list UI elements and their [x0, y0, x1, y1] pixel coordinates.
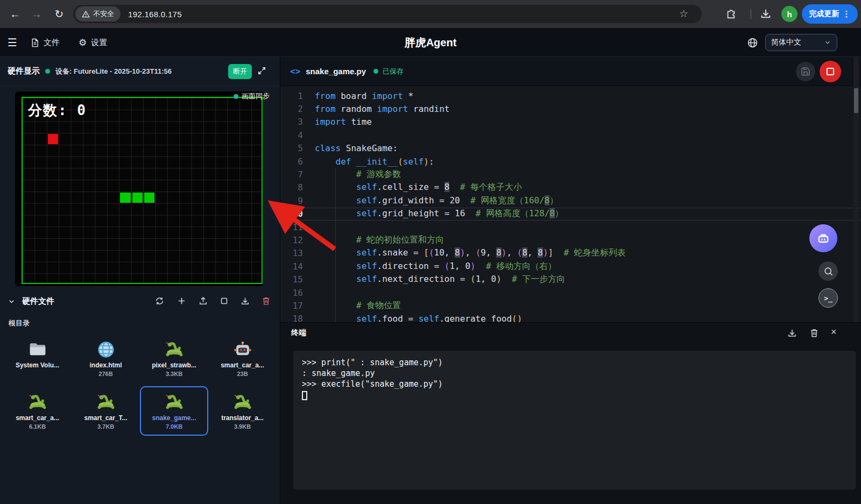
file-item[interactable]: smart_car_a...23B: [208, 333, 277, 383]
editor-filename: snake_game.py: [306, 67, 366, 76]
line-number: 16: [280, 288, 315, 298]
search-button[interactable]: [818, 261, 838, 281]
code-text: from board import *: [315, 91, 413, 101]
file-name: smart_car_T...: [84, 414, 127, 422]
downloads-icon[interactable]: [760, 8, 772, 19]
hardware-files-title: 硬件文件: [22, 296, 54, 307]
add-icon[interactable]: [177, 296, 186, 306]
code-text: self.next_direction = (1, 0) # 下一步方向: [315, 274, 565, 285]
file-name: System Volu...: [16, 361, 59, 369]
browser-back-button[interactable]: ←: [6, 5, 24, 23]
editor-scrollbar[interactable]: [853, 57, 859, 322]
disconnect-button[interactable]: 断开: [228, 64, 252, 79]
collapse-chevron-icon[interactable]: [8, 297, 16, 306]
code-line[interactable]: 14 self.direction = (1, 0) # 移动方向（右）: [280, 260, 861, 273]
code-line[interactable]: 6 def __init__(self):: [280, 155, 861, 168]
app-header: ☰ 文件 ⚙ 设置 胖虎Agent 简体中文: [0, 28, 861, 57]
terminal-cursor: [302, 391, 307, 400]
code-line[interactable]: 13 self.snake = [(10, 8), (9, 8), (8, 8)…: [280, 247, 861, 260]
file-item[interactable]: snake_game...7.0KB: [140, 386, 208, 436]
stop-button[interactable]: [820, 61, 841, 82]
terminal-output[interactable]: >>> print(" : snake_game.py") : snake_ga…: [293, 351, 856, 489]
file-item[interactable]: System Volu...: [3, 333, 72, 383]
device-screen: 分数: 0: [15, 91, 264, 286]
address-bar[interactable]: 不安全 192.168.0.175: [73, 5, 702, 23]
language-selected-value: 简体中文: [771, 38, 820, 47]
code-line[interactable]: 7 # 游戏参数: [280, 168, 861, 181]
device-status-text: 设备: FutureLite - 2025-10-23T11:56: [55, 67, 172, 76]
code-line[interactable]: 4: [280, 129, 861, 141]
code-line[interactable]: 12 # 蛇的初始位置和方向: [280, 233, 861, 246]
code-text: def __init__(self):: [315, 157, 434, 167]
code-line[interactable]: 9 self.grid_width = 20 # 网格宽度（160/8）: [280, 194, 861, 207]
file-item[interactable]: smart_car_a...6.1KB: [3, 386, 72, 436]
line-number: 1: [280, 91, 315, 101]
close-icon[interactable]: ×: [831, 326, 837, 338]
terminal-title: 终端: [291, 328, 306, 338]
download-log-icon[interactable]: [787, 328, 797, 338]
sync-label-text: 画面同步: [242, 91, 270, 101]
download-icon[interactable]: [241, 296, 250, 306]
browser-reload-button[interactable]: ↻: [51, 5, 68, 23]
code-line[interactable]: 17 # 食物位置: [280, 299, 861, 312]
code-line[interactable]: 16: [280, 286, 861, 299]
upload-icon[interactable]: [199, 296, 208, 306]
file-name: smart_car_a...: [16, 414, 59, 422]
refresh-icon[interactable]: [155, 296, 164, 306]
floppy-icon: [801, 67, 810, 76]
folder-icon: [27, 339, 48, 360]
file-item[interactable]: translator_a...3.9KB: [208, 386, 277, 436]
code-text: class SnakeGame:: [315, 143, 398, 153]
code-line[interactable]: 8 self.cell_size = 8 # 每个格子大小: [280, 181, 861, 194]
snake-game-canvas: 分数: 0: [22, 97, 263, 284]
bookmark-star-icon[interactable]: ☆: [679, 8, 688, 20]
update-button[interactable]: 完成更新 ⋮: [802, 4, 858, 24]
line-number: 13: [280, 248, 315, 258]
clear-terminal-icon[interactable]: [809, 328, 819, 338]
extensions-icon[interactable]: [725, 8, 737, 19]
robot-icon: [816, 231, 831, 246]
terminal-prompt-icon: >_: [824, 294, 832, 302]
code-line[interactable]: 10 self.grid_height = 16 # 网格高度（128/8）: [280, 208, 861, 221]
terminal-line: >>> execfile("snake_game.py"): [302, 379, 847, 389]
file-item[interactable]: smart_car_T...3.7KB: [72, 386, 140, 436]
code-line[interactable]: 15 self.next_direction = (1, 0) # 下一步方向: [280, 273, 861, 286]
select-icon[interactable]: [220, 296, 229, 306]
site-security-chip[interactable]: 不安全: [75, 6, 121, 22]
file-size: 3.9KB: [234, 423, 251, 430]
browser-menu-icon[interactable]: ⋮: [843, 9, 851, 19]
app-title: 胖虎Agent: [0, 28, 861, 57]
file-size: 276B: [98, 371, 112, 378]
snake-icon: [164, 392, 185, 413]
code-text: from random import randint: [315, 104, 449, 114]
device-online-dot: [45, 69, 50, 74]
code-line[interactable]: 1from board import *: [280, 89, 861, 102]
file-item[interactable]: index.html276B: [72, 333, 140, 383]
screen-sync-indicator: 画面同步: [234, 91, 270, 101]
language-select[interactable]: 简体中文: [765, 34, 837, 51]
file-item[interactable]: pixel_strawb...3.3KB: [140, 333, 208, 383]
code-text: self.cell_size = 8 # 每个格子大小: [315, 182, 522, 193]
code-text: self.grid_width = 20 # 网格宽度（160/8）: [315, 195, 558, 207]
terminal-panel: 终端 × >>> print(" : snake_game.py") : sna…: [280, 322, 861, 504]
file-size: 23B: [237, 371, 248, 378]
browser-forward-button[interactable]: →: [28, 5, 45, 23]
search-icon: [823, 266, 834, 276]
expand-icon[interactable]: [257, 66, 266, 75]
trash-icon[interactable]: [262, 296, 271, 306]
snake-cell: [120, 193, 130, 203]
snake-icon: [27, 392, 48, 413]
editor-scrollbar-thumb[interactable]: [854, 88, 858, 113]
code-line[interactable]: 3import time: [280, 116, 861, 129]
profile-avatar[interactable]: h: [781, 6, 798, 22]
ai-assistant-button[interactable]: [809, 224, 837, 252]
line-number: 8: [280, 182, 315, 193]
code-line[interactable]: 2from random import randint: [280, 102, 861, 115]
code-line[interactable]: 5class SnakeGame:: [280, 142, 861, 155]
code-text: # 游戏参数: [315, 169, 401, 180]
line-number: 15: [280, 274, 315, 285]
terminal-toggle-button[interactable]: >_: [818, 288, 838, 308]
file-name: translator_a...: [221, 414, 264, 422]
code-line[interactable]: 11: [280, 221, 861, 233]
save-button[interactable]: [796, 62, 815, 81]
